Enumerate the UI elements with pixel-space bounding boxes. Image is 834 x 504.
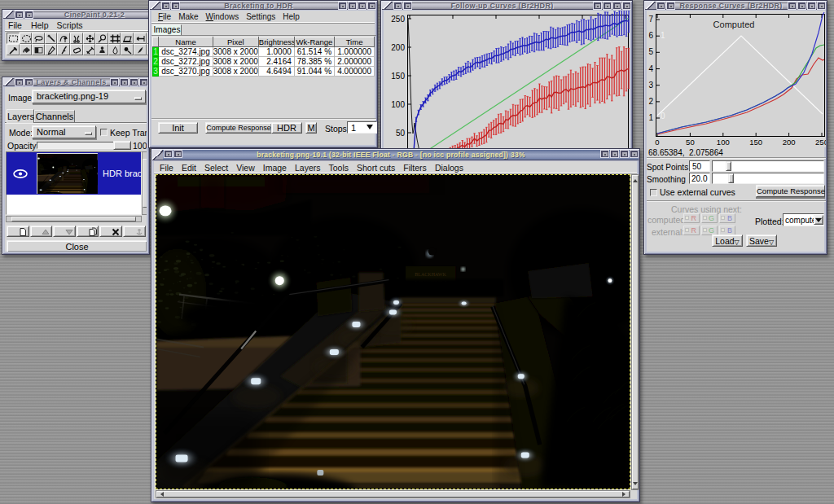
svg-text:200: 200 — [783, 138, 796, 147]
svg-text:BLACKHAWK: BLACKHAWK — [70, 166, 74, 167]
svg-text:BLACKHAWK: BLACKHAWK — [415, 272, 446, 277]
svg-text:100: 100 — [391, 100, 405, 109]
svg-text:200: 200 — [391, 43, 405, 52]
svg-text:250: 250 — [815, 138, 826, 147]
svg-text:50: 50 — [686, 138, 695, 147]
svg-text:6: 6 — [648, 31, 653, 40]
svg-text:1: 1 — [648, 113, 653, 122]
svg-text:1: 1 — [661, 31, 665, 40]
svg-text:150: 150 — [749, 138, 762, 147]
svg-text:150: 150 — [391, 72, 405, 81]
svg-text:50: 50 — [396, 129, 406, 138]
svg-text:7: 7 — [648, 15, 653, 24]
svg-text:4: 4 — [648, 64, 653, 73]
svg-text:3: 3 — [648, 81, 653, 90]
svg-text:0: 0 — [655, 138, 659, 147]
svg-text:2: 2 — [648, 97, 653, 106]
svg-text:100: 100 — [717, 138, 730, 147]
svg-text:Computed: Computed — [713, 20, 755, 29]
svg-text:5: 5 — [648, 47, 653, 56]
svg-text:250: 250 — [391, 15, 405, 24]
svg-text:0: 0 — [661, 112, 665, 121]
